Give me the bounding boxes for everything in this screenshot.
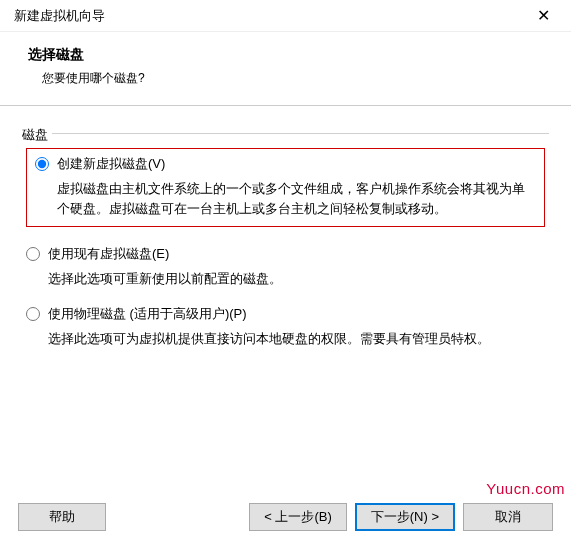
option-create-new: 创建新虚拟磁盘(V) 虚拟磁盘由主机文件系统上的一个或多个文件组成，客户机操作系… bbox=[26, 148, 545, 227]
window-title: 新建虚拟机向导 bbox=[14, 7, 523, 25]
option-use-existing-radio[interactable] bbox=[26, 247, 40, 261]
back-button[interactable]: < 上一步(B) bbox=[249, 503, 347, 531]
radio-group: 创建新虚拟磁盘(V) 虚拟磁盘由主机文件系统上的一个或多个文件组成，客户机操作系… bbox=[22, 138, 549, 348]
close-icon[interactable]: ✕ bbox=[523, 1, 563, 31]
help-button[interactable]: 帮助 bbox=[18, 503, 106, 531]
fieldset-legend: 磁盘 bbox=[22, 126, 52, 144]
disk-fieldset: 磁盘 创建新虚拟磁盘(V) 虚拟磁盘由主机文件系统上的一个或多个文件组成，客户机… bbox=[22, 128, 549, 348]
option-physical-disk-desc: 选择此选项可为虚拟机提供直接访问本地硬盘的权限。需要具有管理员特权。 bbox=[26, 323, 545, 349]
option-use-existing: 使用现有虚拟磁盘(E) 选择此选项可重新使用以前配置的磁盘。 bbox=[26, 245, 545, 289]
content-area: 磁盘 创建新虚拟磁盘(V) 虚拟磁盘由主机文件系统上的一个或多个文件组成，客户机… bbox=[0, 106, 571, 348]
option-use-existing-row[interactable]: 使用现有虚拟磁盘(E) bbox=[26, 245, 545, 263]
option-physical-disk: 使用物理磁盘 (适用于高级用户)(P) 选择此选项可为虚拟机提供直接访问本地硬盘… bbox=[26, 305, 545, 349]
wizard-footer: 帮助 < 上一步(B) 下一步(N) > 取消 bbox=[0, 503, 571, 531]
option-create-new-radio[interactable] bbox=[35, 157, 49, 171]
cancel-button[interactable]: 取消 bbox=[463, 503, 553, 531]
option-create-new-label: 创建新虚拟磁盘(V) bbox=[57, 155, 165, 173]
option-create-new-row[interactable]: 创建新虚拟磁盘(V) bbox=[35, 155, 536, 173]
option-use-existing-desc: 选择此选项可重新使用以前配置的磁盘。 bbox=[26, 263, 545, 289]
page-subtitle: 您要使用哪个磁盘? bbox=[28, 70, 543, 87]
wizard-header: 选择磁盘 您要使用哪个磁盘? bbox=[0, 32, 571, 106]
option-physical-disk-label: 使用物理磁盘 (适用于高级用户)(P) bbox=[48, 305, 247, 323]
option-use-existing-label: 使用现有虚拟磁盘(E) bbox=[48, 245, 169, 263]
fieldset-divider bbox=[52, 133, 549, 134]
watermark: Yuucn.com bbox=[486, 480, 565, 497]
next-button[interactable]: 下一步(N) > bbox=[355, 503, 455, 531]
option-physical-disk-radio[interactable] bbox=[26, 307, 40, 321]
option-physical-disk-row[interactable]: 使用物理磁盘 (适用于高级用户)(P) bbox=[26, 305, 545, 323]
titlebar: 新建虚拟机向导 ✕ bbox=[0, 0, 571, 32]
page-title: 选择磁盘 bbox=[28, 46, 543, 64]
option-create-new-desc: 虚拟磁盘由主机文件系统上的一个或多个文件组成，客户机操作系统会将其视为单个硬盘。… bbox=[35, 173, 536, 218]
